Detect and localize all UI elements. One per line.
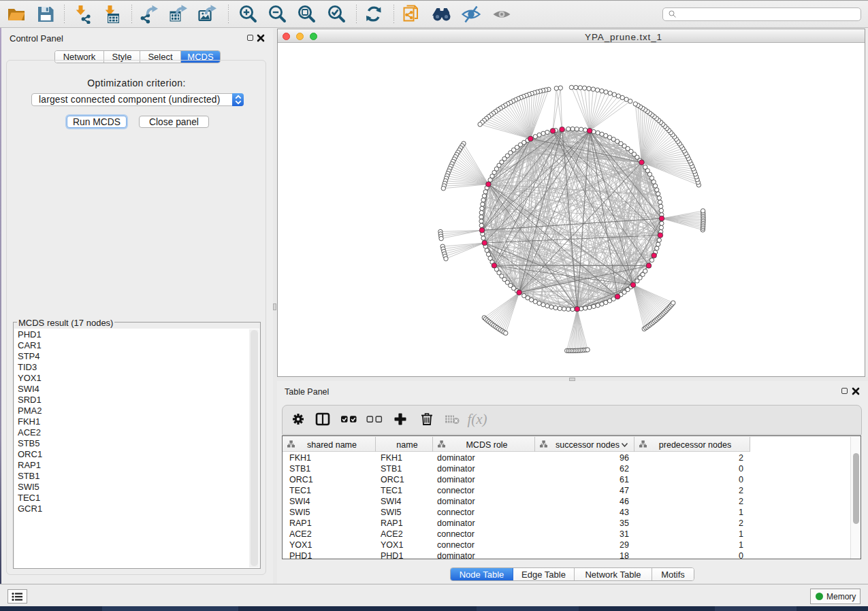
svg-text:f(x): f(x) bbox=[467, 411, 487, 427]
